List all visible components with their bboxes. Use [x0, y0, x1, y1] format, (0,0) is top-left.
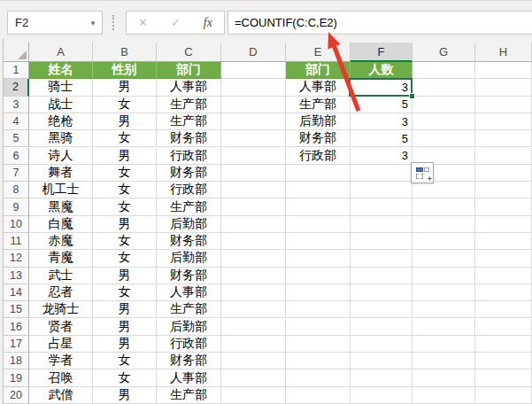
cell-D20[interactable] — [221, 387, 286, 404]
cell-A3[interactable]: 战士 — [29, 97, 93, 113]
cell-G1[interactable] — [412, 62, 475, 79]
cell-F13[interactable] — [351, 268, 412, 284]
cell-H9[interactable] — [475, 198, 532, 215]
cell-G9[interactable] — [412, 198, 475, 215]
cell-A9[interactable]: 黑魔 — [29, 198, 93, 215]
column-header-C[interactable]: C — [157, 43, 221, 62]
cell-C9[interactable]: 生产部 — [157, 198, 221, 215]
cell-C12[interactable]: 后勤部 — [157, 250, 221, 267]
cell-C6[interactable]: 行政部 — [157, 148, 221, 165]
cell-B5[interactable]: 女 — [93, 130, 157, 147]
cell-H13[interactable] — [475, 268, 532, 284]
cell-B20[interactable]: 男 — [93, 387, 157, 404]
cell-C16[interactable]: 后勤部 — [157, 319, 221, 336]
column-header-G[interactable]: G — [412, 43, 475, 62]
row-header-2[interactable]: 2 — [4, 79, 29, 96]
cell-H14[interactable] — [475, 284, 532, 301]
cell-D19[interactable] — [221, 369, 286, 386]
cell-D2[interactable] — [221, 79, 286, 96]
cell-D7[interactable] — [221, 165, 286, 182]
cell-E6[interactable]: 行政部 — [286, 148, 351, 165]
row-header-10[interactable]: 10 — [4, 216, 29, 233]
cell-C17[interactable]: 行政部 — [157, 336, 221, 353]
cell-F6[interactable]: 3 — [351, 148, 412, 165]
cell-C15[interactable]: 生产部 — [157, 301, 221, 318]
cell-A10[interactable]: 白魔 — [29, 216, 93, 233]
column-header-F[interactable]: F — [351, 43, 412, 62]
row-header-18[interactable]: 18 — [4, 353, 29, 369]
cell-D5[interactable] — [221, 130, 286, 147]
cell-B18[interactable]: 女 — [93, 353, 157, 369]
row-header-3[interactable]: 3 — [4, 97, 29, 113]
cell-H3[interactable] — [475, 97, 532, 113]
cell-G4[interactable] — [412, 113, 475, 130]
cell-D13[interactable] — [221, 268, 286, 284]
cell-F9[interactable] — [351, 198, 412, 215]
cell-H4[interactable] — [475, 113, 532, 130]
row-header-7[interactable]: 7 — [4, 165, 29, 182]
cell-G20[interactable] — [412, 387, 475, 404]
cell-F5[interactable]: 5 — [351, 130, 412, 147]
cell-F18[interactable] — [351, 353, 412, 369]
cell-E11[interactable] — [286, 233, 351, 250]
row-header-5[interactable]: 5 — [4, 130, 29, 147]
cell-C19[interactable]: 人事部 — [157, 369, 221, 386]
cell-B15[interactable]: 男 — [93, 301, 157, 318]
cell-C20[interactable]: 生产部 — [157, 387, 221, 404]
cell-G2[interactable] — [412, 79, 475, 96]
row-header-14[interactable]: 14 — [4, 284, 29, 301]
row-header-4[interactable]: 4 — [4, 113, 29, 130]
cell-D11[interactable] — [221, 233, 286, 250]
cell-B11[interactable]: 女 — [93, 233, 157, 250]
cell-B6[interactable]: 男 — [93, 148, 157, 165]
cell-C1[interactable]: 部门 — [157, 62, 221, 79]
cell-D3[interactable] — [221, 97, 286, 113]
cell-A2[interactable]: 骑士 — [29, 79, 93, 96]
column-header-A[interactable]: A — [29, 43, 93, 62]
cell-B17[interactable]: 男 — [93, 336, 157, 353]
cell-A6[interactable]: 诗人 — [29, 148, 93, 165]
row-header-9[interactable]: 9 — [4, 198, 29, 215]
cell-D9[interactable] — [221, 198, 286, 215]
cell-E3[interactable]: 生产部 — [286, 97, 351, 113]
cell-G15[interactable] — [412, 301, 475, 318]
cell-C11[interactable]: 财务部 — [157, 233, 221, 250]
cell-F14[interactable] — [351, 284, 412, 301]
cell-G5[interactable] — [412, 130, 475, 147]
cell-H10[interactable] — [475, 216, 532, 233]
cell-F20[interactable] — [351, 387, 412, 404]
cell-A18[interactable]: 学者 — [29, 353, 93, 369]
cell-D17[interactable] — [221, 336, 286, 353]
cancel-icon[interactable]: ✕ — [138, 16, 148, 29]
column-header-E[interactable]: E — [286, 43, 351, 62]
cell-E19[interactable] — [286, 369, 351, 386]
cell-E2[interactable]: 人事部 — [286, 79, 351, 96]
cell-A8[interactable]: 机工士 — [29, 182, 93, 198]
cell-F4[interactable]: 3 — [351, 113, 412, 130]
column-header-D[interactable]: D — [221, 43, 286, 62]
cell-C4[interactable]: 生产部 — [157, 113, 221, 130]
cell-G19[interactable] — [412, 369, 475, 386]
column-header-B[interactable]: B — [93, 43, 157, 62]
cell-H1[interactable] — [475, 62, 532, 79]
cell-H16[interactable] — [475, 319, 532, 336]
cell-G16[interactable] — [412, 319, 475, 336]
cell-D16[interactable] — [221, 319, 286, 336]
cell-D4[interactable] — [221, 113, 286, 130]
cell-E1[interactable]: 部门 — [286, 62, 351, 79]
row-header-1[interactable]: 1 — [4, 62, 29, 79]
cell-G12[interactable] — [412, 250, 475, 267]
cell-G10[interactable] — [412, 216, 475, 233]
cell-B3[interactable]: 女 — [93, 97, 157, 113]
cell-C13[interactable]: 财务部 — [157, 268, 221, 284]
cell-E13[interactable] — [286, 268, 351, 284]
cell-E7[interactable] — [286, 165, 351, 182]
cell-C18[interactable]: 财务部 — [157, 353, 221, 369]
enter-icon[interactable]: ✓ — [171, 16, 181, 29]
cell-A14[interactable]: 忍者 — [29, 284, 93, 301]
cell-G3[interactable] — [412, 97, 475, 113]
cell-A11[interactable]: 赤魔 — [29, 233, 93, 250]
cell-H12[interactable] — [475, 250, 532, 267]
cell-D15[interactable] — [221, 301, 286, 318]
cell-G17[interactable] — [412, 336, 475, 353]
